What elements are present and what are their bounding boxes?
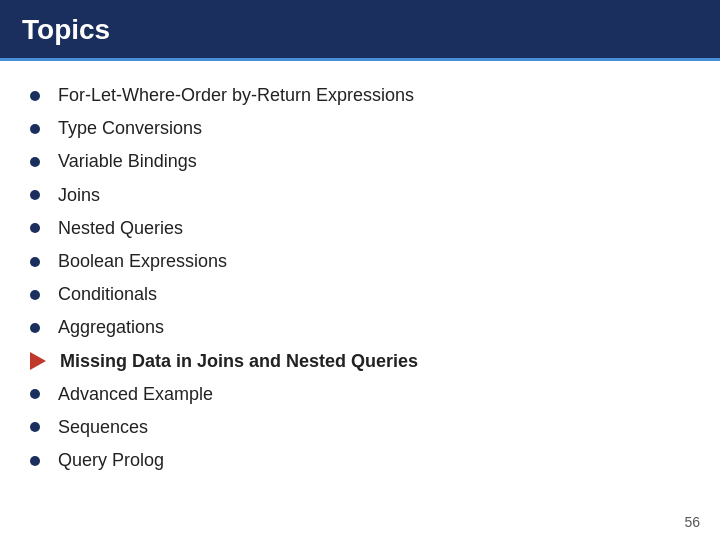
bullet-icon xyxy=(30,223,40,233)
topic-label: Query Prolog xyxy=(58,448,164,473)
list-item: Advanced Example xyxy=(30,378,690,411)
topic-label: Boolean Expressions xyxy=(58,249,227,274)
bullet-icon xyxy=(30,290,40,300)
list-item: Query Prolog xyxy=(30,444,690,477)
list-item: Variable Bindings xyxy=(30,145,690,178)
topic-label: Advanced Example xyxy=(58,382,213,407)
bullet-icon xyxy=(30,323,40,333)
content-area: For-Let-Where-Order by-Return Expression… xyxy=(0,61,720,495)
list-item: Joins xyxy=(30,179,690,212)
slide-header: Topics xyxy=(0,0,720,61)
topic-label: Conditionals xyxy=(58,282,157,307)
bullet-icon xyxy=(30,190,40,200)
bullet-icon xyxy=(30,456,40,466)
topic-label: Joins xyxy=(58,183,100,208)
bullet-icon xyxy=(30,422,40,432)
topic-label: Sequences xyxy=(58,415,148,440)
bullet-icon xyxy=(30,257,40,267)
list-item: Aggregations xyxy=(30,311,690,344)
slide-title: Topics xyxy=(22,14,110,45)
list-item: Missing Data in Joins and Nested Queries xyxy=(30,345,690,378)
list-item: Conditionals xyxy=(30,278,690,311)
topic-label: Variable Bindings xyxy=(58,149,197,174)
arrow-bullet-icon xyxy=(30,352,46,370)
page-number: 56 xyxy=(684,514,700,530)
topic-label: Missing Data in Joins and Nested Queries xyxy=(60,349,418,374)
slide: Topics For-Let-Where-Order by-Return Exp… xyxy=(0,0,720,540)
bullet-icon xyxy=(30,157,40,167)
list-item: Nested Queries xyxy=(30,212,690,245)
topic-label: Aggregations xyxy=(58,315,164,340)
list-item: Sequences xyxy=(30,411,690,444)
topic-label: For-Let-Where-Order by-Return Expression… xyxy=(58,83,414,108)
topic-list: For-Let-Where-Order by-Return Expression… xyxy=(30,79,690,477)
bullet-icon xyxy=(30,91,40,101)
topic-label: Nested Queries xyxy=(58,216,183,241)
list-item: Type Conversions xyxy=(30,112,690,145)
list-item: Boolean Expressions xyxy=(30,245,690,278)
bullet-icon xyxy=(30,389,40,399)
list-item: For-Let-Where-Order by-Return Expression… xyxy=(30,79,690,112)
topic-label: Type Conversions xyxy=(58,116,202,141)
bullet-icon xyxy=(30,124,40,134)
